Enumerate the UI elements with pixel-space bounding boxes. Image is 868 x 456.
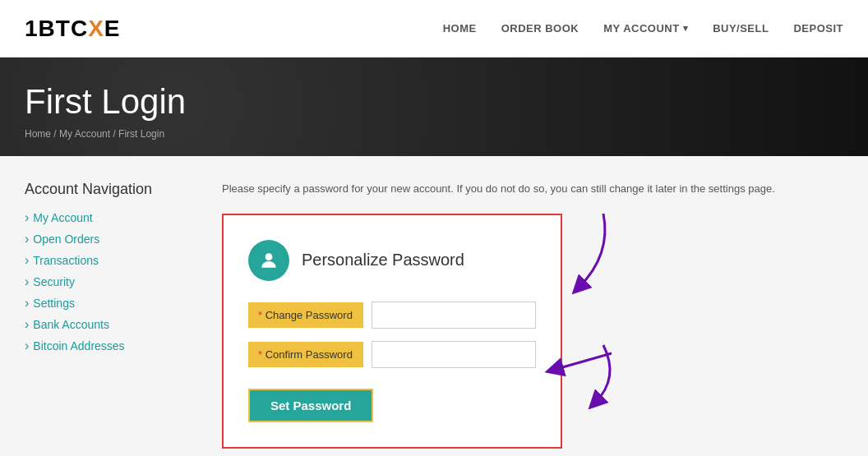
logo-highlight: X [88, 16, 104, 41]
required-star-1: * [258, 309, 265, 321]
change-password-label: * Change Password [248, 302, 363, 328]
nav-deposit[interactable]: DEPOSIT [793, 22, 843, 35]
breadcrumb-my-account[interactable]: My Account [59, 128, 110, 140]
sidebar-heading: Account Navigation [25, 181, 189, 198]
nav-my-account[interactable]: MY ACCOUNT [603, 22, 688, 35]
sidebar-item-settings: Settings [25, 296, 189, 311]
sidebar-link-settings[interactable]: Settings [25, 296, 189, 311]
sidebar-link-transactions[interactable]: Transactions [25, 253, 189, 268]
sidebar-link-bitcoin-addresses[interactable]: Bitcoin Addresses [25, 339, 189, 353]
content-area: Account Navigation My Account Open Order… [0, 156, 868, 456]
confirm-password-label: * Confirm Password [248, 342, 363, 367]
password-form-box: Personalize Password * Change Password *… [222, 214, 562, 449]
svg-point-0 [265, 253, 273, 260]
sidebar-link-my-account[interactable]: My Account [25, 210, 189, 225]
sidebar-item-open-orders: Open Orders [25, 232, 189, 246]
sidebar-link-open-orders[interactable]: Open Orders [25, 232, 189, 246]
nav-order-book[interactable]: ORDER BOOK [501, 22, 579, 35]
sidebar-item-bitcoin-addresses: Bitcoin Addresses [25, 339, 189, 353]
form-title: Personalize Password [302, 251, 464, 269]
change-password-input[interactable] [372, 302, 536, 329]
breadcrumb-first-login[interactable]: First Login [118, 128, 164, 140]
sidebar-item-transactions: Transactions [25, 253, 189, 268]
sidebar-item-security: Security [25, 274, 189, 289]
sidebar-link-security[interactable]: Security [25, 274, 189, 289]
confirm-password-row: * Confirm Password [248, 341, 536, 368]
confirm-password-input[interactable] [372, 341, 536, 368]
header: 1BTCXE HOME ORDER BOOK MY ACCOUNT BUY/SE… [0, 0, 868, 58]
user-avatar-icon [248, 240, 289, 281]
required-star-2: * [258, 348, 265, 361]
sidebar: Account Navigation My Account Open Order… [25, 181, 189, 449]
set-password-button[interactable]: Set Password [248, 389, 373, 422]
sidebar-nav: My Account Open Orders Transactions Secu… [25, 210, 189, 353]
breadcrumb: Home / My Account / First Login [25, 128, 843, 140]
sidebar-item-my-account: My Account [25, 210, 189, 225]
form-header: Personalize Password [248, 240, 536, 281]
breadcrumb-home[interactable]: Home [25, 128, 51, 140]
notice-text: Please specify a password for your new a… [222, 181, 843, 197]
change-password-row: * Change Password [248, 302, 536, 329]
main-content: Please specify a password for your new a… [222, 181, 843, 449]
nav-buy-sell[interactable]: BUY/SELL [713, 22, 769, 35]
page-title: First Login [25, 82, 843, 122]
sidebar-item-bank-accounts: Bank Accounts [25, 317, 189, 332]
sidebar-link-bank-accounts[interactable]: Bank Accounts [25, 317, 189, 332]
main-nav: HOME ORDER BOOK MY ACCOUNT BUY/SELL DEPO… [443, 22, 843, 35]
hero-banner: First Login Home / My Account / First Lo… [0, 58, 868, 156]
logo: 1BTCXE [25, 16, 121, 42]
nav-home[interactable]: HOME [443, 22, 477, 35]
